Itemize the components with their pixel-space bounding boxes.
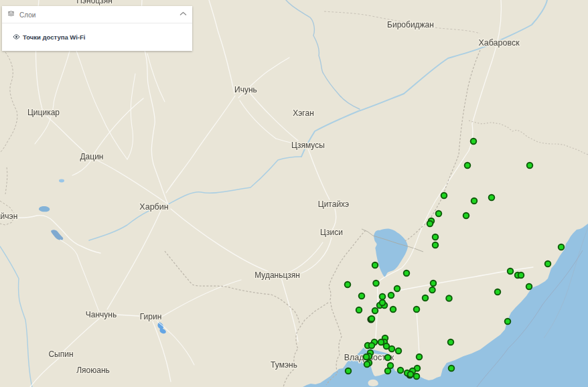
svg-text:Харбин: Харбин xyxy=(139,202,168,212)
svg-text:Цзямусы: Цзямусы xyxy=(291,141,325,150)
svg-text:Хабаровск: Хабаровск xyxy=(478,38,520,48)
svg-text:Цитайхэ: Цитайхэ xyxy=(318,200,349,209)
svg-text:Тумэнь: Тумэнь xyxy=(271,360,297,370)
svg-text:Хэган: Хэган xyxy=(293,108,314,118)
svg-text:Дацин: Дацин xyxy=(80,152,103,161)
svg-text:Биробиджан: Биробиджан xyxy=(387,20,434,29)
svg-text:Сыпин: Сыпин xyxy=(48,350,73,359)
svg-text:Ичунь: Ичунь xyxy=(234,85,257,94)
svg-text:Чанчунь: Чанчунь xyxy=(86,310,117,319)
svg-text:Байчэн: Байчэн xyxy=(0,212,17,221)
svg-text:Гирин: Гирин xyxy=(140,312,162,321)
svg-text:Пэнбцзян: Пэнбцзян xyxy=(76,0,113,5)
svg-text:Муданьцзян: Муданьцзян xyxy=(254,270,300,280)
svg-text:Цзиси: Цзиси xyxy=(320,228,343,237)
svg-text:Цицикар: Цицикар xyxy=(27,108,60,117)
svg-text:Ляоюань: Ляоюань xyxy=(76,366,110,375)
